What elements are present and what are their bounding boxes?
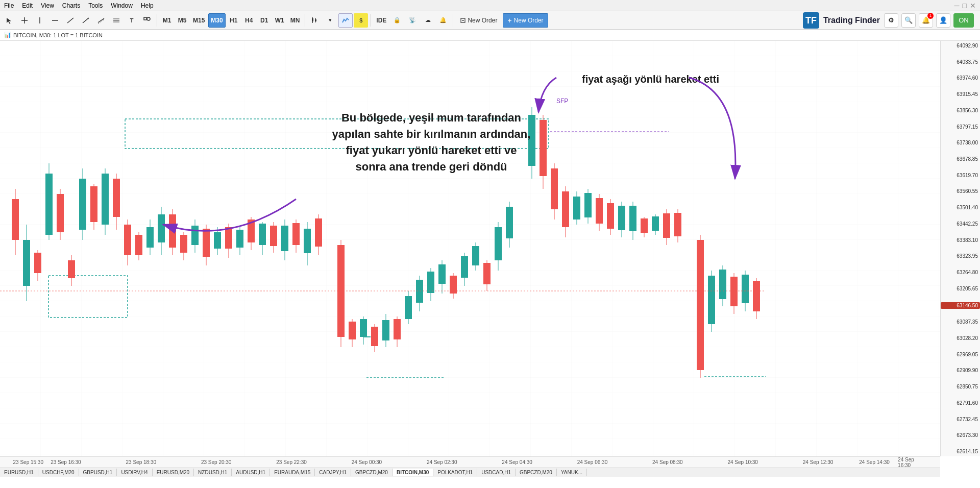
price-63560: 63560.55 <box>941 188 980 194</box>
tab-nzdusd[interactable]: NZDUSD,H1 <box>194 469 232 476</box>
signal-btn[interactable]: 📡 <box>405 13 420 28</box>
svg-rect-51 <box>124 225 131 255</box>
svg-rect-158 <box>742 275 749 303</box>
svg-rect-39 <box>57 194 64 232</box>
sep-2 <box>305 14 305 27</box>
menu-tools[interactable]: Tools <box>88 2 103 9</box>
time-5: 24 Sep 00:30 <box>352 459 382 465</box>
indicator-btn[interactable] <box>338 13 353 28</box>
svg-rect-112 <box>472 246 479 265</box>
svg-rect-75 <box>259 224 266 245</box>
tool-text[interactable]: T <box>125 13 139 28</box>
tool-trendline[interactable] <box>63 13 78 28</box>
price-62909: 62909.90 <box>941 368 980 373</box>
time-10: 24 Sep 10:30 <box>727 459 758 465</box>
time-4: 23 Sep 22:30 <box>276 459 307 465</box>
tab-eurusd-m20[interactable]: EURUSD,M20 <box>153 469 194 476</box>
ide-btn[interactable]: IDE <box>374 13 389 28</box>
price-62850: 62850.75 <box>941 384 980 389</box>
time-2: 23 Sep 18:30 <box>126 459 157 465</box>
price-63856: 63856.30 <box>941 108 980 113</box>
menu-window[interactable]: Window <box>111 2 133 9</box>
bottom-tabs: EURUSD,H1 USDCHF,M20 GBPUSD,H1 USDIRV,H4… <box>0 468 940 477</box>
svg-rect-83 <box>304 229 311 253</box>
svg-rect-35 <box>34 253 41 273</box>
svg-rect-106 <box>438 264 446 284</box>
svg-rect-114 <box>483 263 491 284</box>
user-icon[interactable]: 👤 <box>936 13 950 28</box>
algo-trading-btn[interactable]: New Order <box>456 13 502 28</box>
svg-rect-129 <box>573 197 580 219</box>
settings-icon[interactable]: ⚙ <box>884 13 898 28</box>
menu-charts[interactable]: Charts <box>62 2 80 9</box>
menu-help[interactable]: Help <box>141 2 154 9</box>
svg-rect-14 <box>312 18 313 21</box>
menu-file[interactable]: File <box>4 2 14 9</box>
time-0: 23 Sep 15:30 <box>13 459 44 465</box>
svg-rect-154 <box>719 270 726 299</box>
tf-h4[interactable]: H4 <box>242 13 256 28</box>
bell-btn[interactable]: 🔔 <box>436 13 450 28</box>
cloud-btn[interactable]: ☁ <box>421 13 435 28</box>
tool-channel[interactable] <box>94 13 108 28</box>
svg-rect-137 <box>618 206 625 230</box>
svg-text:TF: TF <box>805 15 817 26</box>
main-chart: Bu bölgede, yeşil mum tarafından yapılan… <box>0 41 940 456</box>
search-icon[interactable]: 🔍 <box>901 13 916 28</box>
svg-rect-147 <box>674 213 681 236</box>
tab-bitcoin-m30[interactable]: BITCOIN,M30 <box>393 469 433 476</box>
time-3: 23 Sep 20:30 <box>201 459 232 465</box>
svg-rect-57 <box>158 214 165 242</box>
tf-m30[interactable]: M30 <box>208 13 225 28</box>
tool-fib[interactable] <box>109 13 124 28</box>
tab-gbpusd[interactable]: GBPUSD,H1 <box>79 469 117 476</box>
lock-btn[interactable]: 🔒 <box>390 13 404 28</box>
svg-rect-94 <box>371 327 378 346</box>
svg-rect-53 <box>135 235 142 255</box>
svg-rect-12 <box>144 17 146 20</box>
price-62732: 62732.45 <box>941 417 980 422</box>
new-order-btn[interactable]: + New Order <box>503 13 548 28</box>
notification-icon[interactable]: 🔔 1 <box>919 13 933 28</box>
price-63087: 63087.35 <box>941 319 980 325</box>
tab-gbpczd-m20-2[interactable]: GBPCZD,M20 <box>516 469 557 476</box>
tool-hline[interactable] <box>48 13 62 28</box>
tf-h1[interactable]: H1 <box>227 13 241 28</box>
svg-rect-143 <box>652 216 659 231</box>
chart-type-dropdown[interactable]: ▾ <box>323 13 337 28</box>
tab-gbpczd-m20[interactable]: GBPCZD,M20 <box>351 469 393 476</box>
tab-eurusd-h1[interactable]: EURUSD,H1 <box>0 469 38 476</box>
svg-rect-17 <box>315 19 316 21</box>
svg-rect-71 <box>236 230 243 248</box>
tab-polkadot[interactable]: POLKADOT,H1 <box>433 469 477 476</box>
tf-m15[interactable]: M15 <box>190 13 207 28</box>
tf-mn[interactable]: MN <box>288 13 303 28</box>
tool-cursor[interactable] <box>2 13 16 28</box>
tf-w1[interactable]: W1 <box>273 13 287 28</box>
menu-edit[interactable]: Edit <box>22 2 33 9</box>
price-63915: 63915.45 <box>941 91 980 97</box>
sep-4 <box>453 14 453 27</box>
tool-vert-line[interactable] <box>33 13 47 28</box>
tab-usdirv[interactable]: USDIRV,H4 <box>117 469 152 476</box>
tab-cadjpy[interactable]: CADJPY,H1 <box>315 469 351 476</box>
tool-ray[interactable] <box>79 13 93 28</box>
chart-type-candlestick[interactable] <box>308 13 322 28</box>
tf-d1[interactable]: D1 <box>257 13 272 28</box>
tool-shapes[interactable] <box>140 13 154 28</box>
menu-view[interactable]: View <box>41 2 54 9</box>
tab-usdcad[interactable]: USDCAD,H1 <box>477 469 516 476</box>
svg-rect-77 <box>270 226 277 246</box>
price-current: 63146.50 <box>941 302 980 309</box>
svg-rect-131 <box>584 193 592 217</box>
svg-rect-104 <box>427 272 434 293</box>
tab-audusd[interactable]: AUDUSD,H1 <box>232 469 270 476</box>
tab-yanuk[interactable]: YANUK... <box>557 469 587 476</box>
dollar-btn[interactable]: $ <box>354 13 368 28</box>
tool-crosshair[interactable] <box>17 13 32 28</box>
tf-m1[interactable]: M1 <box>160 13 174 28</box>
tab-usdchf[interactable]: USDCHF,M20 <box>38 469 79 476</box>
price-62969: 62969.05 <box>941 352 980 357</box>
tab-eurauda[interactable]: EURAUDA,M15 <box>270 469 315 476</box>
tf-m5[interactable]: M5 <box>175 13 189 28</box>
